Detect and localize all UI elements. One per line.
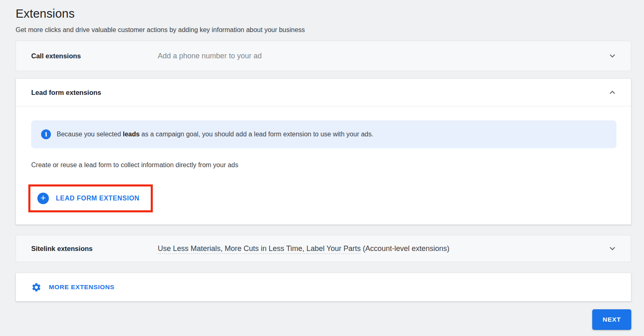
info-banner: i Because you selected leads as a campai… [31, 120, 616, 148]
chevron-down-icon[interactable] [607, 243, 618, 254]
chevron-down-icon[interactable] [607, 51, 618, 61]
lead-form-extensions-header[interactable]: Lead form extensions [16, 79, 631, 106]
lead-form-extensions-label: Lead form extensions [31, 89, 158, 97]
call-extensions-placeholder: Add a phone number to your ad [158, 52, 262, 60]
extensions-step-page: Extensions Get more clicks and drive val… [0, 0, 644, 330]
page-title: Extensions [16, 7, 631, 21]
annotation-highlight-rectangle: + LEAD FORM EXTENSION [28, 184, 153, 212]
footer: NEXT [16, 309, 631, 330]
lead-form-description: Create or reuse a lead form to collect i… [31, 161, 616, 170]
gear-icon [31, 282, 41, 292]
next-button[interactable]: NEXT [592, 309, 631, 330]
page-subtitle: Get more clicks and drive valuable custo… [16, 26, 631, 34]
call-extensions-label: Call extensions [31, 52, 158, 60]
sitelink-values-tooltip-text[interactable]: Use Less Materials, More Cuts in Less Ti… [158, 244, 361, 254]
info-icon: i [41, 129, 51, 139]
sitelink-extensions-label: Sitelink extensions [31, 245, 158, 253]
more-extensions-label: MORE EXTENSIONS [49, 283, 115, 291]
sitelink-extensions-value: Use Less Materials, More Cuts in Less Ti… [158, 244, 449, 253]
info-text-bold: leads [123, 131, 140, 138]
more-extensions-button[interactable]: MORE EXTENSIONS [16, 273, 631, 301]
sitelink-account-level-note: (Account-level extensions) [361, 244, 449, 253]
info-text-before: Because you selected [57, 131, 123, 138]
info-text-after: as a campaign goal, you should add a lea… [140, 131, 373, 138]
lead-form-extensions-panel: Lead form extensions i Because you selec… [16, 78, 631, 225]
lead-form-extension-button-label: LEAD FORM EXTENSION [56, 195, 139, 202]
info-banner-text: Because you selected leads as a campaign… [57, 129, 373, 139]
lead-form-extension-button[interactable]: + LEAD FORM EXTENSION [30, 186, 151, 210]
plus-circle-icon: + [37, 193, 49, 204]
call-extensions-panel[interactable]: Call extensions Add a phone number to yo… [16, 41, 631, 71]
lead-form-extensions-body: i Because you selected leads as a campai… [16, 106, 631, 224]
sitelink-extensions-panel[interactable]: Sitelink extensions Use Less Materials, … [16, 235, 631, 262]
chevron-up-icon[interactable] [607, 87, 618, 98]
